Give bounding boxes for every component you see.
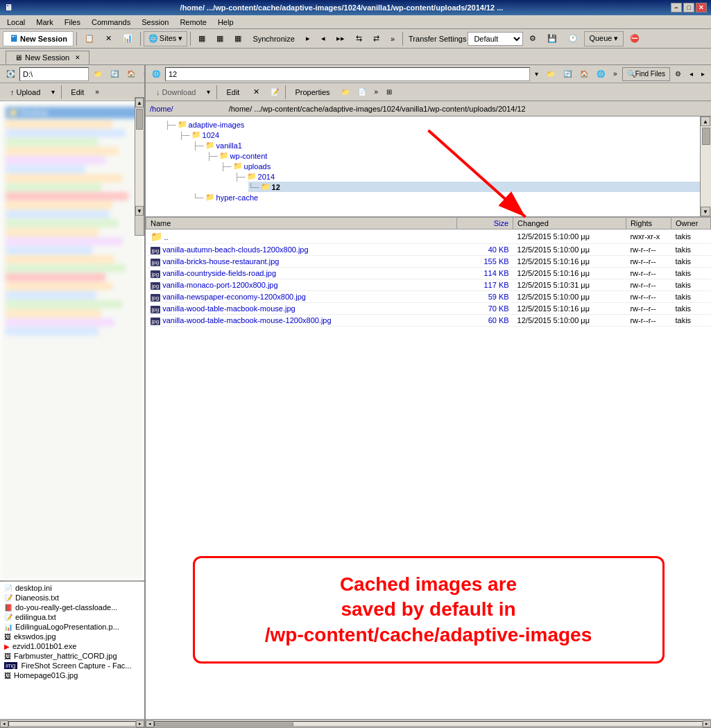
local-path-input[interactable] — [19, 67, 89, 81]
remote-more[interactable]: » — [610, 67, 621, 81]
close-button[interactable]: ✕ — [696, 3, 707, 12]
tree-2014[interactable]: 2014 — [258, 173, 275, 181]
local-file-homepage[interactable]: 🖼 Homepage01G.jpg — [1, 670, 143, 680]
remote-path-input[interactable] — [165, 67, 530, 81]
maximize-button[interactable]: □ — [683, 3, 694, 12]
local-file-exe[interactable]: ▶ ezvid1.001b01.exe — [1, 641, 143, 651]
remote-action-3[interactable]: ⊞ — [383, 85, 395, 99]
remote-dir-tree[interactable]: ├─ 📁 adaptive-images ├─ 📁 1024 ├─ 📁 — [146, 116, 711, 217]
menu-session[interactable]: Session — [137, 17, 173, 28]
menu-files[interactable]: Files — [60, 17, 85, 28]
tree-adaptive-images[interactable]: adaptive-images — [189, 121, 245, 129]
toolbar-icon-1[interactable]: 📋 — [80, 31, 99, 47]
local-file-pdf1[interactable]: 📕 do-you-really-get-classloade... — [1, 603, 143, 612]
local-more[interactable]: » — [140, 67, 146, 81]
remote-delete-button[interactable]: ✕ — [247, 85, 266, 99]
tree-hyper-cache[interactable]: hyper-cache — [216, 193, 259, 202]
properties-button[interactable]: Properties — [289, 85, 336, 99]
toolbar-icon-3[interactable]: 📊 — [118, 31, 137, 47]
remote-drive-icon[interactable]: 🌐 — [148, 67, 164, 81]
col-header-owner[interactable]: Owner — [671, 218, 711, 229]
toolbar-nav-1[interactable]: ▸ — [301, 31, 315, 47]
remote-refresh[interactable]: 🔄 — [560, 67, 575, 81]
toolbar-save[interactable]: 💾 — [542, 31, 562, 47]
local-file-jpg2[interactable]: 🖼 Farbmuster_hattric_CORD.jpg — [1, 651, 143, 661]
table-row[interactable]: 📁 .. 12/5/2015 5:10:00 μμ rwxr-xr-x taki… — [146, 229, 711, 244]
toolbar-transfer-1[interactable]: ⇆ — [351, 31, 367, 47]
table-row[interactable]: jpg vanilla-wood-table-macbook-mouse.jpg… — [146, 303, 711, 315]
tree-vanilla1[interactable]: vanilla1 — [216, 141, 242, 150]
synchronize-button[interactable]: Synchronize — [248, 31, 300, 47]
download-options[interactable]: ▾ — [203, 85, 214, 99]
tree-1024[interactable]: 1024 — [203, 131, 219, 139]
find-files-button[interactable]: 🔍 Find Files — [622, 67, 670, 81]
toolbar-transfer-2[interactable]: ⇄ — [368, 31, 384, 47]
remote-settings[interactable]: ⚙ — [671, 67, 685, 81]
table-row[interactable]: jpg vanilla-wood-table-macbook-mouse-120… — [146, 315, 711, 327]
toolbar-grid-3[interactable]: ▦ — [230, 31, 246, 47]
remote-nav-2[interactable]: 🌐 — [593, 67, 608, 81]
local-file-fireshot[interactable]: img FireShot Screen Capture - Fac... — [1, 661, 143, 670]
local-file-ekswdos[interactable]: 🖼 ekswdos.jpg — [1, 632, 143, 641]
menu-local[interactable]: Local — [3, 17, 29, 28]
local-file-edilingua[interactable]: 📝 edilingua.txt — [1, 612, 143, 622]
tree-wp-content[interactable]: wp-content — [230, 152, 268, 160]
toolbar-icon-2[interactable]: ✕ — [101, 31, 117, 47]
upload-options[interactable]: ▾ — [48, 85, 58, 99]
remote-new-file[interactable]: 📄 — [354, 85, 370, 99]
minimize-button[interactable]: − — [671, 3, 682, 12]
remote-hscroll[interactable]: ◂ ▸ — [146, 719, 711, 727]
local-edit-more[interactable]: » — [92, 85, 103, 99]
toolbar-settings-gear[interactable]: ⚙ — [524, 31, 541, 47]
remote-nav-back[interactable]: ◂ — [686, 67, 696, 81]
remote-rename[interactable]: 📝 — [267, 85, 282, 99]
local-edit-button[interactable]: Edit — [65, 85, 90, 99]
local-hscroll[interactable]: ◂ ▸ — [0, 719, 144, 727]
tree-uploads[interactable]: uploads — [244, 162, 271, 171]
local-file-tree[interactable]: 📁 Desktop — [0, 101, 144, 580]
local-file-desktop-ini[interactable]: 📄 desktop.ini — [1, 583, 143, 593]
local-nav-up[interactable]: 📁 — [90, 67, 105, 81]
table-row[interactable]: jpg vanilla-countryside-fields-road.jpg … — [146, 268, 711, 279]
local-file-ppt[interactable]: 📊 EdilinguaLogoPresentation.p... — [1, 622, 143, 632]
toolbar-grid-2[interactable]: ▦ — [212, 31, 228, 47]
toolbar-more[interactable]: » — [386, 31, 400, 47]
remote-new-folder[interactable]: 📁 — [338, 85, 353, 99]
table-row[interactable]: jpg vanilla-autumn-beach-clouds-1200x800… — [146, 244, 711, 256]
local-refresh[interactable]: 🔄 — [107, 67, 122, 81]
transfer-settings-select[interactable]: Default — [468, 32, 523, 46]
menu-commands[interactable]: Commands — [87, 17, 135, 28]
sites-button[interactable]: 🌐 Sites ▾ — [144, 31, 188, 46]
remote-more-2[interactable]: » — [371, 85, 382, 99]
menu-remote[interactable]: Remote — [175, 17, 211, 28]
local-drive-icon[interactable]: 💽 — [3, 67, 18, 81]
download-button[interactable]: ↓ Download — [150, 85, 202, 99]
table-row[interactable]: jpg vanilla-newspaper-economy-1200x800.j… — [146, 291, 711, 303]
table-row[interactable]: jpg vanilla-monaco-port-1200x800.jpg 117… — [146, 279, 711, 291]
local-home[interactable]: 🏠 — [123, 67, 139, 81]
toolbar-nav-2[interactable]: ◂ — [316, 31, 330, 47]
tree-12-selected[interactable]: 12 — [272, 183, 280, 191]
col-header-rights[interactable]: Rights — [626, 218, 671, 229]
tab-new-session[interactable]: 🖥 New Session ✕ — [6, 51, 89, 64]
col-header-size[interactable]: Size — [456, 218, 513, 229]
toolbar-grid-1[interactable]: ▦ — [194, 31, 210, 47]
upload-button[interactable]: ↑ Upload — [4, 85, 46, 99]
remote-tree-vscroll[interactable]: ▲ ▼ — [700, 116, 711, 216]
remote-dropdown[interactable]: ▾ — [531, 67, 542, 81]
col-header-changed[interactable]: Changed — [513, 218, 626, 229]
menu-help[interactable]: Help — [214, 17, 238, 28]
toolbar-history[interactable]: 🕐 — [563, 31, 583, 47]
queue-button[interactable]: Queue ▾ — [584, 31, 623, 46]
remote-nav-fwd[interactable]: ▸ — [698, 67, 708, 81]
new-session-button[interactable]: 🖥 New Session — [3, 31, 74, 46]
menu-mark[interactable]: Mark — [32, 17, 57, 28]
toolbar-nav-3[interactable]: ▸▸ — [332, 31, 350, 47]
tab-close-icon[interactable]: ✕ — [75, 54, 80, 61]
toolbar-stop[interactable]: ⛔ — [625, 31, 644, 47]
col-header-name[interactable]: Name — [146, 218, 457, 229]
local-file-dianeosis[interactable]: 📝 Dianeosis.txt — [1, 593, 143, 603]
table-row[interactable]: jpg vanilla-bricks-house-restaurant.jpg … — [146, 256, 711, 268]
remote-home[interactable]: 🏠 — [576, 67, 592, 81]
remote-edit-button[interactable]: Edit — [220, 85, 246, 99]
